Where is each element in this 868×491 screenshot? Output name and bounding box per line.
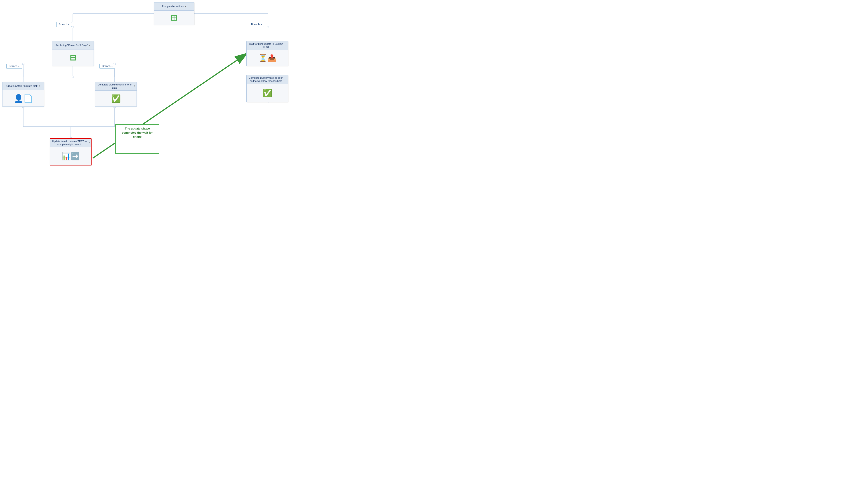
complete-dummy-icon: ✅	[263, 88, 272, 97]
create-task-node: Create system 'dummy' task ▾ 👤📄	[2, 82, 44, 107]
complete-dummy-label: Complete Dummy task as soon as the workf…	[248, 76, 284, 83]
wait-for-item-node: Wait for item update in Column TEST ▾ ⏳📤	[246, 41, 288, 66]
branch-left-label: Branch	[9, 65, 18, 68]
wait-icon: ⏳📤	[258, 54, 276, 62]
svg-rect-23	[22, 63, 24, 65]
svg-rect-24	[267, 26, 269, 28]
replacing-pause-node: Replacing "Pause for 5 Days' ▾ ⊟	[52, 41, 94, 66]
branch-mid-label: Branch	[102, 65, 111, 68]
wait-for-item-title: Wait for item update in Column TEST ▾	[247, 41, 288, 50]
branch-top-right-label: Branch	[251, 23, 260, 26]
create-task-title: Create system 'dummy' task ▾	[2, 82, 44, 90]
update-item-dropdown[interactable]: ▾	[89, 142, 90, 144]
parallel-icon: ⊞	[171, 13, 178, 23]
branch-top-right-button[interactable]: Branch	[249, 22, 264, 27]
run-parallel-label: Run parallel actions	[162, 5, 184, 8]
create-task-icon-area: 👤📄	[12, 90, 35, 107]
svg-rect-21	[72, 26, 74, 28]
complete-dummy-dropdown[interactable]: ▾	[286, 78, 287, 81]
wait-for-item-dropdown[interactable]: ▾	[286, 44, 287, 47]
complete-workflow-icon: ✅	[111, 94, 121, 103]
update-item-icon-area: 📊➡️	[60, 147, 82, 165]
branch-top-left-label: Branch	[59, 23, 67, 26]
create-task-label: Create system 'dummy' task	[6, 84, 37, 87]
complete-dummy-icon-area: ✅	[261, 84, 274, 102]
branch-mid-button[interactable]: Branch	[99, 64, 115, 69]
update-item-label: Update item in column TEST to complete r…	[52, 140, 87, 146]
update-item-node: Update item in column TEST to complete r…	[50, 138, 92, 166]
annotation-box: The update shape completes the wait for …	[115, 124, 159, 154]
svg-rect-25	[72, 76, 74, 78]
complete-workflow-dropdown[interactable]: ▾	[134, 85, 135, 87]
run-parallel-dropdown[interactable]: ▾	[185, 5, 186, 8]
complete-workflow-icon-area: ✅	[110, 91, 122, 107]
replacing-pause-dropdown[interactable]: ▾	[89, 44, 90, 47]
replacing-pause-label: Replacing "Pause for 5 Days'	[56, 44, 88, 47]
pause-icon: ⊟	[70, 53, 77, 62]
branch-top-left-button[interactable]: Branch	[56, 22, 72, 27]
complete-dummy-title: Complete Dummy task as soon as the workf…	[247, 75, 288, 84]
update-item-title: Update item in column TEST to complete r…	[50, 139, 91, 147]
replacing-pause-title: Replacing "Pause for 5 Days' ▾	[52, 41, 94, 50]
create-task-dropdown[interactable]: ▾	[39, 85, 40, 87]
update-icon: 📊➡️	[62, 152, 80, 161]
wait-for-item-icon-area: ⏳📤	[257, 50, 278, 66]
wait-for-item-label: Wait for item update in Column TEST	[248, 42, 284, 49]
complete-workflow-node: Complete workflow task after 5 days ▾ ✅	[95, 82, 137, 107]
run-parallel-icon-area: ⊞	[169, 11, 179, 25]
replacing-pause-icon-area: ⊟	[68, 50, 78, 66]
annotation-text: The update shape completes the wait for …	[122, 127, 153, 138]
complete-workflow-label: Complete workflow task after 5 days	[96, 83, 133, 89]
run-parallel-title: Run parallel actions ▾	[154, 2, 194, 11]
create-task-icon: 👤📄	[14, 94, 33, 103]
branch-left-button[interactable]: Branch	[6, 64, 22, 69]
complete-dummy-node: Complete Dummy task as soon as the workf…	[246, 75, 288, 102]
workflow-canvas: Run parallel actions ▾ ⊞ Branch Branch R…	[0, 0, 434, 246]
complete-workflow-title: Complete workflow task after 5 days ▾	[95, 82, 137, 91]
run-parallel-node: Run parallel actions ▾ ⊞	[154, 2, 194, 25]
